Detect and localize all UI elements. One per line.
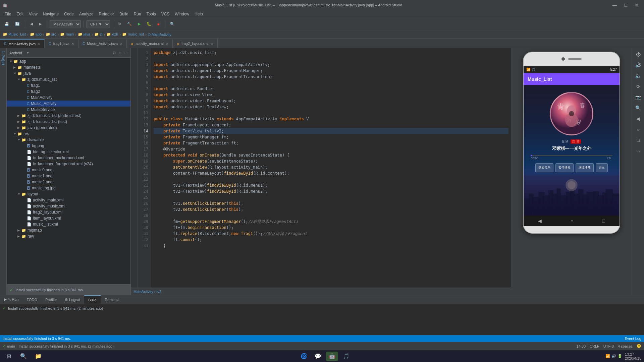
menu-vcs[interactable]: VCS	[159, 11, 172, 17]
right-icon-more[interactable]: ···	[634, 146, 643, 156]
tab-activity-main-xml[interactable]: ◈ activity_main.xml ✕	[127, 39, 173, 48]
phone-nav-back[interactable]: ◀	[538, 218, 542, 224]
tab-music-activity[interactable]: C Music_Activity.java ✕	[78, 39, 127, 48]
tree-app[interactable]: ▼ 📁 app	[7, 58, 130, 64]
tree-mipmap[interactable]: ▶ 📁 mipmap	[7, 227, 130, 233]
taskbar-app-android[interactable]: 🤖	[326, 352, 338, 361]
phone-btn-pause[interactable]: 暂停播放	[555, 163, 574, 172]
taskbar-app-music[interactable]: 🎵	[340, 352, 352, 361]
right-icon-recent[interactable]: □	[634, 135, 643, 145]
tree-androidtest[interactable]: ▶ 📁 zj.dzh.music_list (androidTest)	[7, 113, 130, 119]
close-btn[interactable]: ✕	[632, 2, 641, 8]
tab-frag1[interactable]: C frag1.java ✕	[45, 39, 78, 48]
tree-drawable[interactable]: ▼ 📁 drawable	[7, 137, 130, 143]
tree-layout[interactable]: ▼ 📁 layout	[7, 191, 130, 197]
breadcrumb-music-list[interactable]: 📁 Music_List	[3, 32, 26, 37]
breadcrumb-java[interactable]: 📁 java	[78, 32, 90, 37]
bottom-tab-logcat[interactable]: 6: Logcat	[61, 295, 84, 304]
tree-bg-png[interactable]: 🖼 bg.png	[7, 143, 130, 149]
tab-mainactivity[interactable]: C MainActivity.java ✕	[0, 39, 45, 48]
project-dropdown[interactable]: ▼	[26, 51, 30, 55]
toolbar-forward[interactable]: ▶	[37, 21, 44, 27]
phone-nav-home[interactable]: ○	[571, 218, 573, 224]
tree-res[interactable]: ▼ 📁 res	[7, 131, 130, 137]
tree-activity-main-xml[interactable]: 📄 activity_main.xml	[7, 197, 130, 203]
tree-frag1[interactable]: C frag1	[7, 82, 130, 88]
menu-edit[interactable]: Edit	[14, 11, 26, 17]
code-editor[interactable]: package zj.dzh.music_list; import androi…	[151, 48, 511, 288]
menu-tools[interactable]: Tools	[144, 11, 159, 17]
project-layout-icon[interactable]: ≡	[119, 51, 121, 55]
tree-activity-music-xml[interactable]: 📄 activity_music.xml	[7, 203, 130, 209]
tree-music-activity[interactable]: C Music_Activity	[7, 101, 130, 107]
toolbar-back[interactable]: ◀	[28, 21, 35, 27]
tree-manifests[interactable]: ▶ 📁 manifests	[7, 64, 130, 70]
taskbar-start[interactable]: ⊞	[3, 352, 15, 361]
bottom-tab-run[interactable]: ▶ 4: Run	[0, 295, 22, 304]
tree-music0[interactable]: 🖼 music0.png	[7, 167, 130, 173]
tree-music-bg[interactable]: 🖼 music_bg.jpg	[7, 185, 130, 191]
right-icon-screenshot[interactable]: 📷	[634, 93, 643, 102]
tree-mainactivity[interactable]: C MainActivity	[7, 95, 130, 101]
toolbar-build[interactable]: 🔨	[125, 21, 134, 27]
tab-close-frag1[interactable]: ✕	[71, 42, 74, 46]
tree-music-list-xml[interactable]: 📄 music_list.xml	[7, 221, 130, 227]
run-config-selector[interactable]: MainActivity	[50, 20, 81, 28]
tree-music1[interactable]: 🖼 music1.png	[7, 173, 130, 179]
menu-file[interactable]: File	[2, 11, 14, 17]
window-controls[interactable]: — □ ✕	[610, 2, 641, 8]
tree-frag2-layout-xml[interactable]: 📄 frag2_layout.xml	[7, 209, 130, 215]
bottom-tab-profiler[interactable]: Profiler	[41, 295, 61, 304]
menu-view[interactable]: View	[26, 11, 40, 17]
menu-refactor[interactable]: Refactor	[96, 11, 117, 17]
tab-close-frag2[interactable]: ✕	[211, 42, 213, 46]
maximize-btn[interactable]: □	[622, 2, 630, 8]
vtab-project[interactable]: 1: Project	[0, 48, 6, 68]
right-icon-volume-up[interactable]: 🔊	[634, 60, 643, 70]
menu-window[interactable]: Window	[172, 11, 192, 17]
right-icon-rotate[interactable]: ⟳	[634, 82, 643, 91]
tree-java-generated[interactable]: ▶ 📁 java (generated)	[7, 125, 130, 131]
tab-close-activity-main[interactable]: ✕	[166, 42, 168, 46]
cft-selector[interactable]: CFT ▼	[87, 20, 110, 28]
phone-btn-exit[interactable]: 退出	[596, 163, 608, 172]
menu-build[interactable]: Build	[117, 11, 131, 17]
menu-code[interactable]: Code	[61, 11, 76, 17]
breadcrumb-zj[interactable]: 📁 zj	[94, 32, 103, 37]
right-icon-home[interactable]: ○	[634, 125, 643, 134]
tree-frag2[interactable]: C frag2	[7, 88, 130, 95]
right-icon-volume-down[interactable]: 🔈	[634, 71, 643, 80]
breadcrumb-dzh[interactable]: 📁 dzh	[106, 32, 118, 37]
breadcrumb-main[interactable]: 📁 main	[60, 32, 74, 37]
phone-nav-recent[interactable]: □	[602, 218, 605, 224]
taskbar-fileexplorer[interactable]: 📁	[32, 352, 44, 361]
toolbar-refresh[interactable]: ↻	[116, 21, 123, 27]
toolbar-run[interactable]: ▶	[136, 21, 143, 27]
bottom-tab-build[interactable]: Build	[84, 295, 100, 304]
breadcrumb-src[interactable]: 📁 src	[46, 32, 56, 37]
tree-item-layout[interactable]: 📄 item_layout.xml	[7, 215, 130, 221]
right-icon-power[interactable]: ⏻	[634, 50, 643, 59]
breadcrumb-app[interactable]: 📁 app	[30, 32, 42, 37]
right-icon-zoom-in[interactable]: 🔍	[634, 103, 643, 113]
toolbar-stop[interactable]: ■	[155, 21, 162, 27]
taskbar-search[interactable]: 🔍	[17, 352, 30, 361]
bottom-tab-todo[interactable]: TODO	[22, 295, 41, 304]
toolbar-search[interactable]: 🔍	[168, 21, 177, 27]
event-log-btn[interactable]: Event Log	[625, 337, 641, 341]
bottom-tab-terminal[interactable]: Terminal	[101, 295, 123, 304]
phone-btn-resume[interactable]: 继续播放	[576, 163, 594, 172]
project-settings-icon[interactable]: ⚙	[112, 51, 116, 55]
tree-zj-dzh[interactable]: ▼ 📁 zj.dzh.music_list	[7, 76, 130, 82]
toolbar-debug[interactable]: 🐛	[144, 21, 154, 27]
right-icon-back[interactable]: ◀	[634, 114, 643, 123]
tab-close-mainactivity[interactable]: ✕	[38, 42, 40, 46]
taskbar-app-edge[interactable]: 🌀	[298, 352, 310, 361]
taskbar-app-chat[interactable]: 💬	[312, 352, 324, 361]
menu-navigate[interactable]: Navigate	[40, 11, 61, 17]
phone-btn-play[interactable]: 播放音乐	[535, 163, 553, 172]
tree-test[interactable]: ▶ 📁 zj.dzh.music_list (test)	[7, 119, 130, 125]
project-minimize-icon[interactable]: —	[124, 51, 128, 55]
menu-analyze[interactable]: Analyze	[76, 11, 96, 17]
tree-ic-fg[interactable]: 📄 ic_launcher_foreground.xml (v24)	[7, 161, 130, 167]
